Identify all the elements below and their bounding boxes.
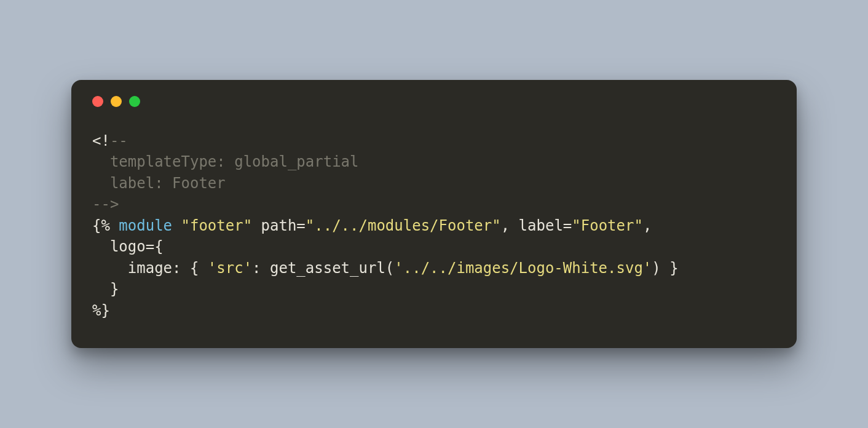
close-icon[interactable] [92,96,103,107]
code-token: {% [92,217,119,234]
code-token: "footer" [181,217,253,234]
code-token: label: Footer [92,175,226,192]
code-token: -- [110,132,128,149]
code-token: : get_asset_url( [252,260,394,277]
code-token: <! [92,132,110,149]
code-token: } [92,280,119,298]
code-token: path= [252,217,306,234]
minimize-icon[interactable] [111,96,122,107]
code-token: , label= [501,217,572,234]
code-block: <!-- templateType: global_partial label:… [92,130,776,322]
code-window: <!-- templateType: global_partial label:… [71,80,797,349]
code-token [172,217,181,234]
code-token: image: { [92,260,208,277]
code-token: logo={ [92,238,164,255]
maximize-icon[interactable] [129,96,140,107]
code-token: "../../modules/Footer" [306,217,501,234]
code-token: , [643,217,652,234]
code-token: templateType: global_partial [92,153,358,170]
code-token: --> [92,196,119,213]
code-token: %} [92,302,110,319]
code-token: module [119,217,172,234]
code-token: 'src' [208,260,252,277]
code-token: ) } [652,260,678,277]
code-token: '../../images/Logo-White.svg' [394,260,652,277]
window-traffic-lights [92,96,776,107]
code-token: "Footer" [572,217,643,234]
